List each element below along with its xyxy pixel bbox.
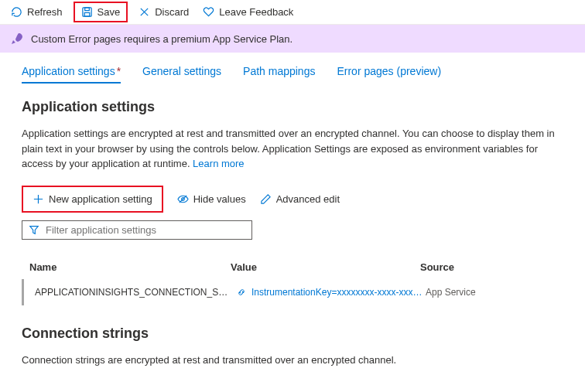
advanced-edit-button[interactable]: Advanced edit <box>260 193 340 205</box>
conn-title: Connection strings <box>22 326 563 342</box>
svg-rect-2 <box>84 12 90 16</box>
new-setting-label: New application setting <box>49 193 152 205</box>
section-description: Application settings are encrypted at re… <box>22 126 563 172</box>
tabs: Application settings* General settings P… <box>0 53 585 84</box>
tab-label: Application settings <box>22 65 115 77</box>
tab-error-pages[interactable]: Error pages (preview) <box>337 65 441 84</box>
col-value-header[interactable]: Value <box>231 261 420 273</box>
save-icon <box>81 6 93 18</box>
new-application-setting-button[interactable]: New application setting <box>22 186 163 213</box>
banner-text: Custom Error pages requires a premium Ap… <box>31 33 292 45</box>
discard-label: Discard <box>155 6 189 18</box>
close-icon <box>139 6 150 18</box>
app-settings-section: Application settings Application setting… <box>0 84 585 313</box>
desc-text: Application settings are encrypted at re… <box>22 128 555 169</box>
filter-box[interactable] <box>22 220 252 240</box>
connection-strings-section: Connection strings Connection strings ar… <box>0 313 585 393</box>
svg-rect-1 <box>84 8 89 11</box>
premium-banner: Custom Error pages requires a premium Ap… <box>0 25 585 53</box>
refresh-icon <box>11 6 22 18</box>
refresh-button[interactable]: Refresh <box>11 6 63 18</box>
cell-name: APPLICATIONINSIGHTS_CONNECTION_STRING <box>35 287 236 298</box>
actions-row: New application setting Hide values Adva… <box>22 186 563 213</box>
hide-values-button[interactable]: Hide values <box>177 193 246 205</box>
cell-value-text: InstrumentationKey=xxxxxxxx-xxxx-xxxx-xx… <box>251 287 426 298</box>
feedback-button[interactable]: Leave Feedback <box>203 6 293 18</box>
cell-value[interactable]: InstrumentationKey=xxxxxxxx-xxxx-xxxx-xx… <box>236 287 426 298</box>
svg-rect-0 <box>82 8 91 16</box>
link-icon <box>236 287 247 298</box>
table-header: Name Value Source <box>22 255 563 279</box>
learn-more-link[interactable]: Learn more <box>193 158 244 169</box>
unsaved-indicator: * <box>117 65 121 77</box>
toolbar: Refresh Save Discard Leave Feedback <box>0 0 585 25</box>
eye-hide-icon <box>177 193 189 205</box>
pencil-icon <box>260 193 272 205</box>
save-button[interactable]: Save <box>74 2 128 22</box>
filter-icon <box>29 224 39 235</box>
advanced-edit-label: Advanced edit <box>276 193 340 205</box>
rocket-icon <box>11 32 23 45</box>
col-source-header[interactable]: Source <box>420 261 556 273</box>
tab-path-mappings[interactable]: Path mappings <box>243 65 315 84</box>
refresh-label: Refresh <box>27 6 63 18</box>
heart-icon <box>203 6 214 18</box>
settings-table: Name Value Source APPLICATIONINSIGHTS_CO… <box>22 255 563 305</box>
table-body: APPLICATIONINSIGHTS_CONNECTION_STRING In… <box>22 279 563 305</box>
section-title: Application settings <box>22 99 563 115</box>
save-label: Save <box>98 6 121 18</box>
hide-values-label: Hide values <box>193 193 246 205</box>
feedback-label: Leave Feedback <box>219 6 293 18</box>
tab-application-settings[interactable]: Application settings* <box>22 65 121 84</box>
discard-button[interactable]: Discard <box>139 6 189 18</box>
plus-icon <box>32 193 44 205</box>
cell-source: App Service <box>426 287 556 298</box>
filter-input[interactable] <box>46 224 245 236</box>
conn-desc: Connection strings are encrypted at rest… <box>22 353 563 368</box>
table-row[interactable]: APPLICATIONINSIGHTS_CONNECTION_STRING In… <box>24 279 563 305</box>
col-name-header[interactable]: Name <box>29 261 231 273</box>
tab-general-settings[interactable]: General settings <box>142 65 221 84</box>
